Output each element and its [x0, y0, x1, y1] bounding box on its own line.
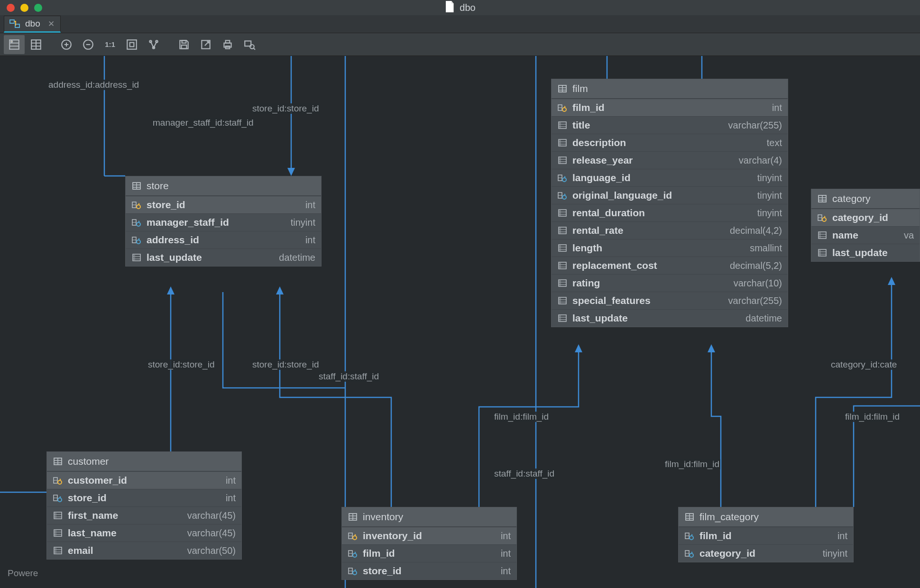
column-name: special_features — [572, 295, 651, 306]
relation-label: store_id:store_id — [251, 359, 320, 370]
column-icon — [557, 313, 568, 323]
column-name: replacement_cost — [572, 260, 657, 271]
table-header[interactable]: customer — [47, 452, 241, 471]
svg-rect-60 — [559, 227, 561, 234]
column-row[interactable]: descriptiontext — [552, 134, 788, 151]
layout-button[interactable] — [143, 35, 164, 54]
column-row[interactable]: original_language_idtinyint — [552, 186, 788, 204]
save-button[interactable] — [174, 35, 194, 54]
column-type: int — [226, 493, 236, 504]
column-name: address_id — [147, 234, 199, 246]
column-row[interactable]: titlevarchar(255) — [552, 116, 788, 134]
svg-rect-12 — [182, 40, 186, 43]
column-icon — [557, 260, 568, 271]
tab-dbo[interactable]: dbo ✕ — [4, 16, 61, 33]
column-row[interactable]: last_updatedatetime — [126, 248, 321, 266]
column-name: length — [572, 242, 602, 254]
column-row[interactable]: rental_durationtinyint — [552, 204, 788, 221]
column-row[interactable]: rental_ratedecimal(4,2) — [552, 221, 788, 239]
column-type: tinyint — [757, 173, 782, 184]
table-title: customer — [68, 456, 109, 467]
fit-content-button[interactable] — [121, 35, 142, 54]
svg-point-80 — [58, 480, 62, 484]
print-button[interactable] — [217, 35, 238, 54]
svg-point-100 — [690, 553, 693, 557]
column-row[interactable]: special_featuresvarchar(255) — [552, 292, 788, 309]
export-button[interactable] — [195, 35, 216, 54]
table-film_category[interactable]: film_categoryfilm_idintcategory_idtinyin… — [678, 507, 854, 562]
column-row[interactable]: lengthsmallint — [552, 239, 788, 257]
column-row[interactable]: store_idint — [47, 489, 241, 506]
table-category[interactable]: categorycategory_idnamevalast_update — [811, 189, 920, 262]
column-row[interactable]: last_namevarchar(45) — [47, 524, 241, 542]
column-row[interactable]: last_updatedatetime — [552, 309, 788, 327]
column-row[interactable]: manager_staff_idtinyint — [126, 213, 321, 231]
column-row[interactable]: address_idint — [126, 231, 321, 248]
svg-rect-66 — [559, 280, 561, 286]
svg-rect-0 — [10, 20, 14, 23]
column-icon — [557, 120, 568, 130]
column-row[interactable]: customer_idint — [47, 471, 241, 489]
tab-close-icon[interactable]: ✕ — [48, 19, 55, 29]
column-row[interactable]: category_id — [811, 209, 920, 226]
table-store[interactable]: storestore_idintmanager_staff_idtinyinta… — [125, 176, 322, 266]
column-row[interactable]: ratingvarchar(10) — [552, 274, 788, 292]
svg-point-82 — [58, 498, 62, 502]
column-row[interactable]: store_idint — [342, 562, 516, 579]
column-row[interactable]: release_yearvarchar(4) — [552, 151, 788, 169]
table-view-button[interactable] — [26, 35, 46, 54]
table-film[interactable]: filmfilm_idinttitlevarchar(255)descripti… — [551, 79, 788, 327]
column-row[interactable]: film_idint — [342, 544, 516, 562]
column-type: int — [305, 235, 315, 246]
table-inventory[interactable]: inventoryinventory_idintfilm_idintstore_… — [341, 507, 517, 580]
column-name: store_id — [363, 565, 402, 577]
column-view-button[interactable] — [4, 35, 25, 54]
table-header[interactable]: film_category — [679, 507, 853, 527]
foreign-key-icon — [348, 566, 358, 576]
column-row[interactable]: last_update — [811, 244, 920, 261]
svg-rect-13 — [182, 45, 187, 49]
relation-label: film_id:film_id — [493, 412, 550, 422]
table-header[interactable]: store — [126, 176, 321, 196]
svg-rect-70 — [559, 315, 561, 322]
primary-key-icon — [557, 102, 568, 113]
column-row[interactable]: film_idint — [679, 527, 853, 544]
column-row[interactable]: language_idtinyint — [552, 169, 788, 186]
table-title: store — [147, 180, 169, 192]
column-type: smallint — [750, 243, 782, 254]
column-row[interactable]: nameva — [811, 226, 920, 244]
relation-label: film_id:film_id — [844, 412, 901, 422]
column-name: film_id — [572, 102, 605, 113]
minimize-window-button[interactable] — [20, 4, 28, 12]
column-row[interactable]: first_namevarchar(45) — [47, 506, 241, 524]
column-row[interactable]: store_idint — [126, 196, 321, 213]
column-type: varchar(255) — [728, 120, 782, 131]
diagram-canvas[interactable]: address_id:address_id store_id:store_id … — [0, 56, 920, 588]
table-header[interactable]: film — [552, 79, 788, 99]
svg-rect-75 — [819, 232, 821, 239]
table-customer[interactable]: customercustomer_idintstore_idintfirst_n… — [46, 451, 242, 560]
zoom-out-button[interactable] — [78, 35, 99, 54]
tabstrip: dbo ✕ — [0, 15, 920, 33]
column-row[interactable]: film_idint — [552, 99, 788, 116]
svg-point-39 — [137, 222, 140, 226]
column-row[interactable]: inventory_idint — [342, 527, 516, 544]
column-name: film_id — [699, 530, 732, 542]
column-type: datetime — [279, 252, 315, 263]
svg-rect-43 — [133, 254, 135, 261]
svg-point-91 — [353, 536, 357, 540]
window-titlebar: dbo — [0, 0, 920, 15]
zoom-window-button[interactable] — [34, 4, 42, 12]
find-button[interactable] — [239, 35, 260, 54]
column-row[interactable]: emailvarchar(50) — [47, 542, 241, 559]
svg-point-56 — [562, 195, 566, 199]
zoom-in-button[interactable] — [56, 35, 77, 54]
close-window-button[interactable] — [7, 4, 15, 12]
column-row[interactable]: replacement_costdecimal(5,2) — [552, 257, 788, 274]
zoom-11-button[interactable]: 1:1 — [100, 35, 120, 54]
column-row[interactable]: category_idtinyint — [679, 544, 853, 562]
column-name: last_update — [572, 312, 628, 324]
table-header[interactable]: inventory — [342, 507, 516, 527]
table-header[interactable]: category — [811, 189, 920, 209]
svg-point-73 — [822, 218, 826, 221]
